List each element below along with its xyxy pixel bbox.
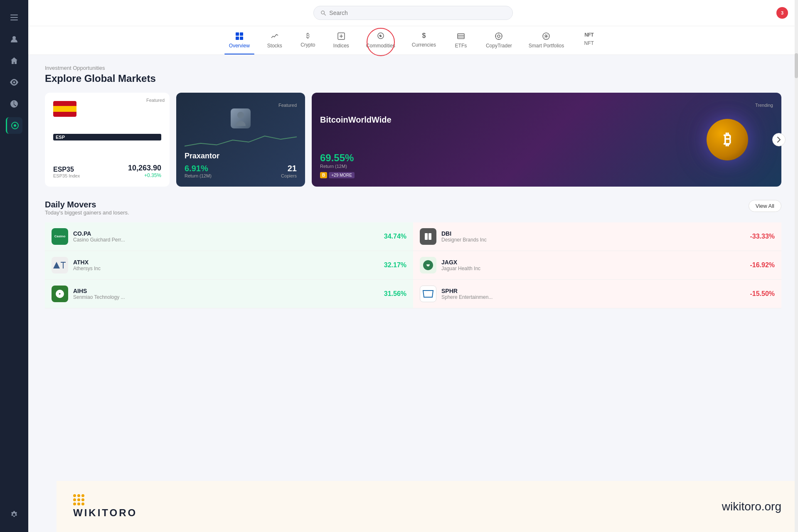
stocks-icon [271,32,279,40]
tab-copytrader[interactable]: CopyTrader [478,26,520,54]
expand-icon[interactable] [6,9,22,26]
svg-point-21 [498,35,500,37]
mover-name: Jaguar Health Inc [441,266,745,271]
tab-indices[interactable]: Indices [325,26,358,54]
esp-value: 10,263.90 [128,164,161,172]
tab-etfs[interactable]: ETFs [444,26,478,54]
mover-ticker: DBI [441,230,745,237]
svg-point-20 [495,33,502,39]
main-content: Investment Opportunities Explore Global … [28,55,798,481]
praxantor-avatar [231,108,251,128]
tab-overview[interactable]: Overview [221,26,258,54]
tab-etfs-label: ETFs [455,43,467,49]
commodities-icon [377,32,385,40]
badge-b: B [320,172,327,178]
tab-stocks[interactable]: Stocks [258,26,291,54]
flag-label: ESP [53,134,161,140]
svg-point-29 [237,112,244,118]
mover-row[interactable]: SPHR Sphere Entertainmen... -15.50% [413,280,781,308]
mover-info: AIHS Senmiao Technology ... [73,288,379,300]
tab-nft-label: NFT [584,40,594,46]
mover-logo [52,257,68,273]
topbar: 3 [28,0,798,26]
indices-icon [337,32,345,40]
notification-badge[interactable]: 3 [776,7,788,19]
esp-ticker: ESP35 [53,166,80,173]
footer-logo: WIKITORO [73,494,137,519]
avatar-icon[interactable] [6,31,22,47]
mover-info: ATHX Athersys Inc [73,259,379,271]
praxantor-card[interactable]: Featured [176,93,305,187]
mover-info: SPHR Sphere Entertainmen... [441,288,745,300]
mover-logo [420,286,436,302]
mover-pct: -33.33% [750,233,775,240]
praxantor-stats: 6.91% Return (12M) 21 Copiers [185,164,297,178]
featured-row: Featured ESP ESP35 ESP35 Index [45,93,781,187]
movers-grid: Casino CO.PA Casino Guichard Perr... 34.… [45,222,781,308]
home-icon[interactable] [6,52,22,69]
svg-rect-30 [425,233,428,240]
esp35-card[interactable]: Featured ESP ESP35 ESP35 Index [45,93,170,187]
tab-smart-portfolios-label: Smart Portfolios [529,43,564,49]
svg-point-16 [380,36,381,37]
search-input[interactable] [329,10,506,16]
mover-ticker: CO.PA [73,230,379,237]
footer: WIKITORO wikitoro.org [57,481,798,532]
mover-ticker: AIHS [73,288,379,294]
praxantor-name: Praxantor [185,152,297,160]
smart-portfolios-icon [542,32,550,40]
mover-name: Sphere Entertainmen... [441,294,745,300]
search-box[interactable] [313,6,513,20]
section-title: Explore Global Markets [45,73,781,84]
svg-rect-2 [10,20,18,20]
mover-row[interactable]: DBI Designer Brands Inc -33.33% [413,222,781,251]
overview-icon [235,32,244,40]
svg-point-6 [14,124,16,127]
mover-name: Senmiao Technology ... [73,294,379,300]
mover-info: CO.PA Casino Guichard Perr... [73,230,379,243]
bitcoin-card[interactable]: Trending ₿ BitcoinWorldWide 69.55% Retur… [312,93,781,187]
mover-row[interactable]: ATHX Athersys Inc 32.17% [45,251,413,280]
etfs-icon [457,32,465,40]
bitcoin-badges: B +29 MORE [320,172,773,178]
mover-pct: 34.74% [384,233,406,240]
tab-currencies[interactable]: $ Currencies [404,26,444,54]
praxantor-chart [185,132,297,148]
next-arrow[interactable] [772,133,786,146]
mover-row[interactable]: AIHS Senmiao Technology ... 31.56% [45,280,413,308]
settings-icon[interactable] [6,506,22,523]
bitcoin-badge: Trending [755,103,773,108]
watchlist-icon[interactable] [6,74,22,91]
main-wrapper: 3 Overview Stocks ₿ Crypto [28,0,798,532]
mover-row[interactable]: Casino CO.PA Casino Guichard Perr... 34.… [45,222,413,251]
footer-site: wikitoro.org [722,500,781,513]
tab-nft[interactable]: NFT NFT [572,26,606,54]
svg-rect-17 [458,34,464,39]
view-all-button[interactable]: View All [749,200,781,212]
scrollbar-track [795,0,798,532]
search-icon [320,10,326,16]
mover-ticker: ATHX [73,259,379,266]
scrollbar-thumb[interactable] [795,53,798,78]
svg-rect-10 [240,32,243,36]
svg-rect-9 [236,32,239,36]
tab-crypto[interactable]: ₿ Crypto [291,26,325,54]
crypto-icon: ₿ [306,32,310,39]
svg-rect-0 [10,15,18,15]
tab-smart-portfolios[interactable]: Smart Portfolios [520,26,572,54]
mover-pct: -15.50% [750,290,775,298]
tab-commodities[interactable]: Commodities [358,26,404,54]
badge-more: +29 MORE [329,172,355,178]
mover-logo: Casino [52,228,68,245]
svg-point-28 [546,36,547,37]
copy-trader-icon[interactable] [6,117,22,134]
mover-name: Athersys Inc [73,266,379,271]
bitcoin-return-label: Return (12M) [320,164,773,169]
mover-row[interactable]: JAGX Jaguar Health Inc -16.92% [413,251,781,280]
nft-icon: NFT [584,32,594,38]
portfolio-icon[interactable] [6,96,22,112]
tab-currencies-label: Currencies [412,42,436,48]
mover-pct: -16.92% [750,261,775,269]
svg-rect-11 [236,37,239,40]
svg-line-8 [324,14,326,15]
